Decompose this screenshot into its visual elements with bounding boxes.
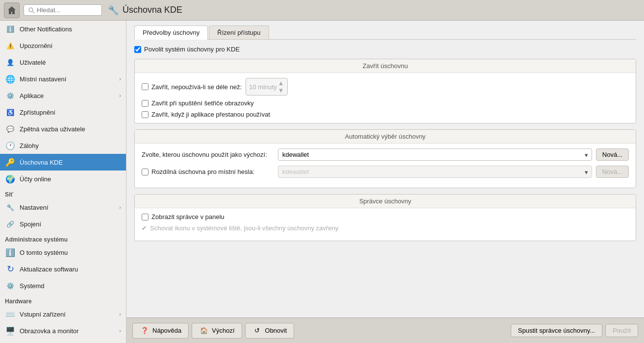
enable-wallet-row: Povolit systém úschovny pro KDE (134, 46, 636, 53)
apply-button[interactable]: Použít (605, 324, 638, 337)
local-wallet-dropdown-wrap: kdewallet (278, 166, 592, 178)
sidebar-item-zalohy[interactable]: 🕐 Zálohy (0, 137, 126, 154)
search-icon (28, 7, 35, 14)
sidebar-item-zpristupneni[interactable]: ♿ Zpřístupnění (0, 104, 126, 121)
show-manager-checkbox[interactable] (142, 214, 149, 220)
sidebar-item-upozorneni[interactable]: ⚠️ Upozornění (0, 37, 126, 54)
default-button[interactable]: 🏠 Výchozí (192, 323, 242, 339)
wrench-icon: 🔧 (108, 5, 119, 16)
local-wallet-dropdown[interactable]: kdewallet (278, 166, 592, 178)
new-wallet-button[interactable]: Nová... (596, 148, 629, 161)
default-wallet-dropdown[interactable]: kdewallet (278, 148, 592, 161)
chevron-right-icon: › (119, 328, 121, 334)
warning-icon: ⚠️ (5, 40, 16, 51)
reset-button[interactable]: ↺ Obnovit (245, 323, 295, 339)
search-box[interactable] (24, 4, 102, 16)
timeout-spinner[interactable]: 10 minuty ▲ ▼ (246, 78, 287, 96)
manager-section: Správce úschovny Zobrazit správce v pane… (134, 194, 636, 241)
enable-wallet-checkbox[interactable] (134, 46, 141, 53)
tab-predvolby[interactable]: Předvolby úschovny (134, 25, 208, 40)
main-layout: ℹ️ Other Notifications ⚠️ Upozornění 👤 U… (0, 21, 644, 343)
show-manager-label: Zobrazit správce v panelu (151, 213, 224, 220)
new-local-wallet-button[interactable]: Nová... (596, 166, 629, 178)
sidebar-item-ucty-online[interactable]: 🌍 Účty online (0, 171, 126, 187)
backup-icon: 🕐 (5, 140, 16, 151)
top-bar: 🔧 Úschovna KDE (0, 0, 644, 21)
network-section-header: Síť (0, 187, 126, 199)
sidebar-item-aplikace[interactable]: ⚙️ Aplikace › (0, 87, 126, 104)
sidebar-item-systemd[interactable]: ⚙️ Systemd (0, 277, 126, 294)
close-apps-row: Zavřít, když ji aplikace přestanou použí… (142, 111, 629, 118)
close-unused-checkbox[interactable] (142, 83, 149, 90)
sidebar-item-aktualizace[interactable]: ↻ Aktualizace softwaru (0, 261, 126, 277)
close-apps-checkbox-label[interactable]: Zavřít, když ji aplikace přestanou použí… (142, 111, 270, 118)
local-wallet-checkbox[interactable] (142, 169, 149, 175)
hide-icon-label: Schovat ikonu v systémové liště, jsou-li… (150, 224, 338, 232)
default-wallet-label: Zvolte, kterou úschovnu použít jako vých… (142, 151, 274, 158)
sidebar-item-zpetna-vazba[interactable]: 💬 Zpětná vazba uživatele (0, 121, 126, 137)
checkmark-icon: ✔ (142, 224, 147, 232)
sidebar-item-other-notifications[interactable]: ℹ️ Other Notifications (0, 21, 126, 37)
reset-icon: ↺ (252, 326, 262, 336)
local-wallet-label: Rozdílná úschovna pro místní hesla: (151, 168, 254, 175)
enable-wallet-label: Povolit systém úschovny pro KDE (144, 46, 240, 53)
bottom-left-actions: ❓ Nápověda 🏠 Výchozí ↺ Obnovit (132, 323, 294, 339)
tab-bar: Předvolby úschovny Řízení přístupu (134, 25, 636, 40)
bottom-right-actions: Spustit správce úschovny... Použít (511, 324, 638, 337)
hardware-section-header: Hardware (0, 294, 126, 306)
spinner-value: 10 minuty (249, 83, 276, 91)
default-icon: 🏠 (199, 326, 209, 336)
sidebar-item-obrazovka[interactable]: 🖥️ Obrazovka a monitor › (0, 322, 126, 339)
svg-line-1 (33, 11, 35, 13)
system-info-icon: ℹ️ (5, 247, 16, 258)
sidebar-item-audio[interactable]: 🔊 Audio (0, 339, 126, 343)
page-title: Úschovna KDE (123, 5, 182, 15)
close-section-title: Zavřít úschovnu (135, 59, 636, 73)
home-button[interactable] (4, 2, 20, 18)
sidebar-item-uschovna-kde[interactable]: 🔑 Úschovna KDE (0, 154, 126, 171)
feedback-icon: 💬 (5, 123, 16, 134)
help-button[interactable]: ❓ Nápověda (132, 323, 189, 339)
close-screensaver-checkbox-label[interactable]: Zavřít při spuštění šetřiče obrazovky (142, 99, 254, 107)
manager-section-title: Správce úschovny (135, 195, 636, 208)
systemd-icon: ⚙️ (5, 280, 16, 291)
sidebar-item-nastaveni[interactable]: 🔧 Nastavení › (0, 199, 126, 216)
auto-section-title: Automatický výběr úschovny (135, 130, 636, 144)
local-wallet-row: Rozdílná úschovna pro místní hesla: kdew… (142, 166, 629, 178)
sidebar-item-o-systemu[interactable]: ℹ️ O tomto systému (0, 244, 126, 261)
keyboard-icon: ⌨️ (5, 309, 16, 319)
sidebar-item-mistni-nastaveni[interactable]: 🌐 Místní nastavení › (0, 71, 126, 87)
auto-section: Automatický výběr úschovny Zvolte, ktero… (134, 129, 636, 188)
content-area: Předvolby úschovny Řízení přístupu Povol… (126, 21, 644, 343)
close-section: Zavřít úschovnu Zavřít, nepoužívá-li se … (134, 59, 636, 123)
user-icon: 👤 (5, 57, 16, 68)
chevron-right-icon: › (119, 204, 121, 210)
spinner-arrows[interactable]: ▲ ▼ (278, 79, 284, 94)
sidebar: ℹ️ Other Notifications ⚠️ Upozornění 👤 U… (0, 21, 126, 343)
close-screensaver-checkbox[interactable] (142, 100, 149, 107)
close-unused-checkbox-label[interactable]: Zavřít, nepoužívá-li se déle než: (142, 83, 242, 91)
sidebar-item-spojeni[interactable]: 🔗 Spojení (0, 216, 126, 232)
close-apps-checkbox[interactable] (142, 111, 149, 118)
wallet-icon: 🔑 (5, 157, 16, 168)
enable-wallet-checkbox-label[interactable]: Povolit systém úschovny pro KDE (134, 46, 240, 53)
run-manager-button[interactable]: Spustit správce úschovny... (511, 324, 602, 337)
chevron-right-icon: › (119, 76, 121, 82)
local-wallet-checkbox-label[interactable]: Rozdílná úschovna pro místní hesla: (142, 168, 274, 175)
tab-rizeni[interactable]: Řízení přístupu (209, 25, 269, 39)
hide-icon-row: ✔ Schovat ikonu v systémové liště, jsou-… (142, 224, 629, 232)
bottom-bar: ❓ Nápověda 🏠 Výchozí ↺ Obnovit Spustit s… (126, 318, 644, 343)
show-manager-checkbox-label[interactable]: Zobrazit správce v panelu (142, 213, 224, 220)
sidebar-item-uzivatele[interactable]: 👤 Uživatelé (0, 54, 126, 71)
sidebar-item-vstupni-zarizeni[interactable]: ⌨️ Vstupní zařízení › (0, 306, 126, 322)
search-input[interactable] (37, 6, 96, 14)
svg-point-0 (29, 8, 33, 12)
admin-section-header: Administrace systému (0, 232, 126, 244)
monitor-icon: 🖥️ (5, 325, 16, 336)
connection-icon: 🔗 (5, 219, 16, 229)
accessibility-icon: ♿ (5, 107, 16, 118)
close-screensaver-row: Zavřít při spuštění šetřiče obrazovky (142, 99, 629, 107)
online-accounts-icon: 🌍 (5, 173, 16, 184)
close-unused-label: Zavřít, nepoužívá-li se déle než: (151, 83, 242, 91)
chevron-right-icon: › (119, 93, 121, 98)
